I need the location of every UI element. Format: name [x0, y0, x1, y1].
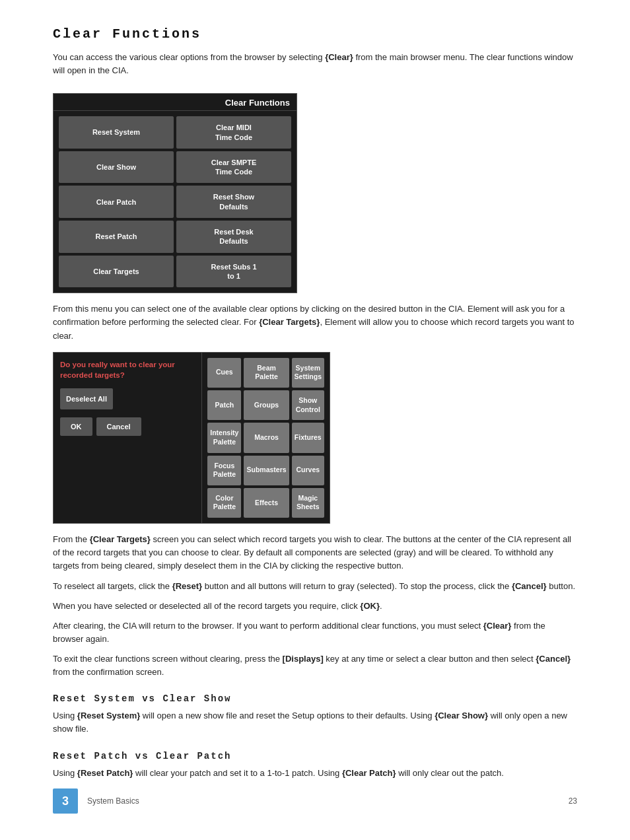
clear-smpte-timecode-btn[interactable]: Clear SMPTETime Code [176, 151, 291, 184]
body-para-1: From the {Clear Targets} screen you can … [53, 533, 577, 573]
clear-targets-btn[interactable]: Clear Targets [59, 256, 174, 288]
target-submasters-btn[interactable]: Submasters [244, 456, 289, 485]
chapter-number: 3 [53, 788, 78, 814]
body-para-5: To exit the clear functions screen witho… [53, 652, 577, 679]
clear-midi-timecode-btn[interactable]: Clear MIDITime Code [176, 116, 291, 149]
target-color-palette-btn[interactable]: ColorPalette [207, 488, 241, 518]
cancel-btn[interactable]: Cancel [96, 417, 141, 436]
target-macros-btn[interactable]: Macros [244, 423, 289, 452]
target-cues-btn[interactable]: Cues [207, 358, 241, 388]
subsection-heading-1: Reset System vs Clear Show [53, 693, 577, 704]
target-intensity-palette-btn[interactable]: IntensityPalette [207, 423, 241, 452]
intro-paragraph: You can access the various clear options… [53, 51, 577, 77]
clear-targets-grid: Cues BeamPalette SystemSettings Patch Gr… [202, 353, 330, 523]
target-focus-palette-btn[interactable]: FocusPalette [207, 456, 241, 485]
clear-targets-left-panel: Do you really want to clear your recorde… [53, 353, 202, 523]
reset-show-defaults-btn[interactable]: Reset ShowDefaults [176, 186, 291, 218]
reset-patch-btn[interactable]: Reset Patch [59, 221, 174, 253]
subsection-para-1: Using {Reset System} will open a new sho… [53, 709, 577, 736]
target-magic-sheets-btn[interactable]: MagicSheets [292, 488, 324, 518]
target-groups-btn[interactable]: Groups [244, 390, 289, 420]
footer-section-label: System Basics [87, 796, 569, 806]
clear-targets-window: Do you really want to clear your recorde… [53, 352, 330, 524]
target-effects-btn[interactable]: Effects [244, 488, 289, 518]
target-beam-palette-btn[interactable]: BeamPalette [244, 358, 289, 388]
body-para-4: After clearing, the CIA will return to t… [53, 619, 577, 646]
body-para-2: To reselect all targets, click the {Rese… [53, 580, 577, 593]
clear-patch-btn[interactable]: Clear Patch [59, 186, 174, 218]
target-patch-btn[interactable]: Patch [207, 390, 241, 420]
ok-btn[interactable]: OK [60, 417, 92, 436]
target-curves-btn[interactable]: Curves [292, 456, 324, 485]
from-menu-paragraph: From this menu you can select one of the… [53, 302, 577, 342]
subsection-heading-2: Reset Patch vs Clear Patch [53, 751, 577, 761]
reset-subs-btn[interactable]: Reset Subs 1to 1 [176, 256, 291, 288]
cia-button-grid: Reset System Clear MIDITime Code Clear S… [53, 111, 297, 293]
ok-cancel-row: OK Cancel [60, 417, 195, 436]
subsection-para-2: Using {Reset Patch} will clear your patc… [53, 767, 577, 780]
clear-targets-question: Do you really want to clear your recorde… [60, 359, 195, 380]
target-fixtures-btn[interactable]: Fixtures [292, 423, 324, 452]
page-footer: 3 System Basics 23 [0, 788, 630, 814]
target-system-settings-btn[interactable]: SystemSettings [292, 358, 324, 388]
reset-system-btn[interactable]: Reset System [59, 116, 174, 149]
footer-page-number: 23 [569, 796, 577, 806]
deselect-all-btn[interactable]: Deselect All [60, 388, 113, 409]
page-title: Clear Functions [53, 26, 577, 42]
body-para-3: When you have selected or deselected all… [53, 600, 577, 613]
reset-desk-defaults-btn[interactable]: Reset DeskDefaults [176, 221, 291, 253]
cia-clear-functions-window: Clear Functions Reset System Clear MIDIT… [53, 93, 297, 293]
clear-show-btn[interactable]: Clear Show [59, 151, 174, 184]
cia-title-bar: Clear Functions [53, 94, 297, 111]
target-show-control-btn[interactable]: ShowControl [292, 390, 324, 420]
